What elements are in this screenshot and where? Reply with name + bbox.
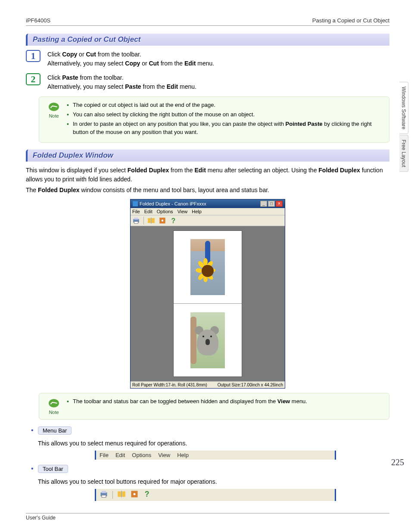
- step-1-body: Click Copy or Cut from the toolbar. Alte…: [47, 50, 389, 68]
- svg-text:?: ?: [145, 490, 149, 499]
- settings-icon[interactable]: [159, 217, 166, 224]
- fold-icon[interactable]: [117, 490, 126, 500]
- note-box-2: Note The toolbar and status bar can be t…: [39, 393, 389, 420]
- maximize-button[interactable]: □: [268, 201, 275, 207]
- toolbar-figure: ?: [95, 489, 336, 501]
- note-box-1: Note The copied or cut object is laid ou…: [39, 96, 389, 143]
- menu-edit[interactable]: Edit: [144, 209, 153, 214]
- print-icon[interactable]: [100, 490, 108, 500]
- svg-rect-16: [122, 492, 125, 497]
- close-button[interactable]: ×: [276, 201, 283, 207]
- menu-options[interactable]: Options: [157, 209, 173, 214]
- help-icon[interactable]: ?: [170, 217, 177, 224]
- fd-window-figure: Folded Duplex - Canon iPFxxxx _ □ × File…: [26, 199, 389, 389]
- fd-titlebar[interactable]: Folded Duplex - Canon iPFxxxx _ □ ×: [131, 199, 285, 208]
- section-heading-pasting: Pasting a Copied or Cut Object: [26, 34, 389, 46]
- side-tab-windows-software[interactable]: Windows Software: [399, 82, 408, 134]
- step-1: 1 Click Copy or Cut from the toolbar. Al…: [26, 50, 389, 68]
- section-title: Folded Duplex Window: [33, 151, 113, 159]
- fd-page-preview: [173, 230, 242, 377]
- status-output-size: Output Size:17.00inch x 44.26inch: [218, 383, 283, 387]
- svg-rect-14: [102, 495, 106, 498]
- svg-rect-6: [152, 218, 155, 223]
- menu-file[interactable]: File: [132, 209, 140, 214]
- step-2-body: Click Paste from the toolbar. Alternativ…: [47, 73, 389, 91]
- status-roll-width: Roll Paper Width:17-in. Roll (431.8mm): [132, 383, 207, 387]
- toolbar-label: Tool Bar: [38, 465, 68, 473]
- section-title: Pasting a Copied or Cut Object: [33, 35, 140, 44]
- menu-view[interactable]: View: [158, 452, 170, 458]
- svg-point-9: [162, 220, 164, 222]
- note-item: The copied or cut object is laid out at …: [67, 101, 383, 109]
- fold-icon[interactable]: [147, 217, 155, 224]
- fd-para-2: The Folded Duplex window consists of the…: [26, 186, 389, 195]
- fd-image-top: [174, 231, 242, 304]
- fd-window-title: Folded Duplex - Canon iPFxxxx: [140, 201, 206, 206]
- fd-image-bottom: [174, 304, 242, 376]
- section-heading-folded-duplex: Folded Duplex Window: [26, 149, 389, 162]
- step-2: 2 Click Paste from the toolbar. Alternat…: [26, 73, 389, 91]
- note-item: You can also select by clicking the righ…: [67, 111, 383, 118]
- fd-toolbar: ?: [131, 215, 285, 226]
- svg-point-0: [49, 103, 59, 111]
- menubar-label: Menu Bar: [38, 426, 72, 435]
- svg-rect-5: [148, 218, 151, 223]
- side-tabs: Windows Software Free Layout: [399, 82, 408, 172]
- fd-menubar: File Edit Options View Help: [131, 208, 285, 215]
- note-icon: Note: [45, 398, 62, 415]
- sub-menubar: Menu Bar: [31, 426, 389, 437]
- step-number-2: 2: [26, 73, 40, 85]
- fd-statusbar: Roll Paper Width:17-in. Roll (431.8mm) O…: [131, 381, 285, 388]
- note-item: In order to paste an object on any posit…: [67, 120, 383, 136]
- separator: [143, 217, 144, 224]
- menu-edit[interactable]: Edit: [115, 452, 125, 458]
- toolbar-desc: This allows you to select tool buttons r…: [38, 477, 389, 486]
- print-icon[interactable]: [132, 217, 140, 224]
- menubar-desc: This allows you to select menus required…: [38, 439, 389, 448]
- svg-rect-13: [102, 491, 106, 493]
- app-icon: [133, 201, 138, 206]
- svg-point-19: [134, 493, 136, 495]
- menu-help[interactable]: Help: [192, 209, 202, 214]
- side-tab-free-layout[interactable]: Free Layout: [399, 135, 408, 172]
- minimize-button[interactable]: _: [260, 201, 267, 207]
- breadcrumb: Pasting a Copied or Cut Object: [312, 17, 389, 24]
- separator: [112, 491, 113, 499]
- note-list: The copied or cut object is laid out at …: [67, 101, 383, 138]
- svg-point-11: [49, 399, 59, 408]
- note-item: The toolbar and status bar can be toggle…: [67, 398, 383, 405]
- menubar-figure: File Edit Options View Help: [95, 451, 336, 460]
- page-number: 225: [391, 457, 404, 467]
- note-icon: Note: [45, 101, 62, 138]
- fd-window: Folded Duplex - Canon iPFxxxx _ □ × File…: [130, 199, 285, 389]
- menu-help[interactable]: Help: [177, 452, 189, 458]
- menu-options[interactable]: Options: [132, 452, 151, 458]
- svg-rect-3: [134, 218, 138, 220]
- svg-rect-1: [133, 201, 138, 206]
- note-list: The toolbar and status bar can be toggle…: [67, 398, 383, 415]
- svg-rect-15: [118, 492, 121, 497]
- sub-toolbar: Tool Bar: [31, 465, 389, 476]
- fd-para-1: This window is displayed if you select F…: [26, 166, 389, 184]
- svg-text:?: ?: [171, 217, 175, 224]
- settings-icon[interactable]: [130, 490, 139, 500]
- help-icon[interactable]: ?: [143, 490, 152, 500]
- menu-view[interactable]: View: [177, 209, 188, 214]
- svg-rect-4: [134, 221, 138, 224]
- fd-layout-area[interactable]: [131, 226, 285, 381]
- footer-guide: User's Guide: [26, 513, 389, 521]
- menu-file[interactable]: File: [100, 452, 109, 458]
- model-label: iPF6400S: [26, 17, 50, 24]
- step-number-1: 1: [26, 50, 40, 62]
- page-header: iPF6400S Pasting a Copied or Cut Object: [26, 17, 389, 26]
